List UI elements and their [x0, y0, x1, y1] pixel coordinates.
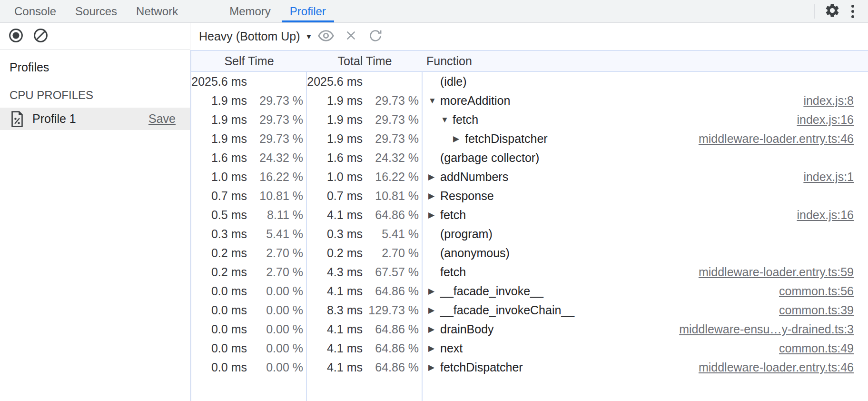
table-row[interactable]: 0.2 ms 2.70 % 0.2 ms 2.70 % (anonymous) — [191, 243, 868, 262]
focus-function-button[interactable] — [315, 26, 337, 48]
total-time-cell: 1.9 ms 29.73 % — [307, 132, 423, 146]
source-link[interactable]: common.ts:56 — [779, 284, 868, 298]
total-pct: 64.86 % — [363, 361, 419, 374]
function-name: fetchDispatcher — [440, 361, 523, 374]
expand-arrow-icon[interactable]: ▼ — [428, 97, 440, 105]
expand-arrow-icon[interactable]: ▶ — [428, 287, 440, 295]
source-link[interactable]: common.ts:49 — [779, 341, 868, 355]
view-mode-label: Heavy (Bottom Up) — [199, 30, 300, 43]
expand-arrow-icon[interactable]: ▶ — [428, 211, 440, 219]
function-cell: ▶ fetchDispatcher middleware-loader.entr… — [423, 132, 868, 146]
tab-console[interactable]: Console — [6, 0, 64, 22]
function-name: moreAddition — [440, 94, 510, 108]
tab-profiler[interactable]: Profiler — [282, 0, 334, 22]
save-profile-link[interactable]: Save — [148, 112, 176, 126]
profile-document-icon — [10, 111, 25, 127]
total-time-cell: 4.3 ms 67.57 % — [307, 265, 423, 279]
function-cell: ▶ __facade_invoke__ common.ts:56 — [423, 284, 868, 298]
self-pct: 16.22 % — [247, 170, 303, 184]
source-link[interactable]: index.js:16 — [797, 208, 868, 222]
function-cell: ▶ fetchDispatcher middleware-loader.entr… — [423, 361, 868, 374]
table-row[interactable]: 0.0 ms 0.00 % 4.1 ms 64.86 % ▶ fetchDisp… — [191, 358, 868, 377]
self-time-cell: 0.3 ms 5.41 % — [191, 227, 307, 241]
table-row[interactable]: 2025.6 ms 2025.6 ms (idle) — [191, 72, 868, 91]
expand-arrow-icon[interactable]: ▶ — [453, 135, 465, 143]
table-row[interactable]: 1.0 ms 16.22 % 1.0 ms 16.22 % ▶ addNumbe… — [191, 167, 868, 186]
self-ms: 0.0 ms — [191, 341, 247, 355]
view-mode-dropdown[interactable]: Heavy (Bottom Up) ▼ — [199, 30, 312, 43]
source-link[interactable]: index.js:8 — [803, 94, 868, 108]
table-row[interactable]: 1.9 ms 29.73 % 1.9 ms 29.73 % ▶ fetchDis… — [191, 129, 868, 148]
table-row[interactable]: 1.6 ms 24.32 % 1.6 ms 24.32 % (garbage c… — [191, 148, 868, 167]
clear-icon — [33, 28, 48, 45]
profiles-heading: Profiles — [0, 60, 190, 74]
total-pct: 67.57 % — [363, 265, 419, 279]
expand-arrow-icon[interactable]: ▶ — [428, 306, 440, 314]
column-header-function[interactable]: Function — [423, 51, 868, 71]
self-time-cell: 0.5 ms 8.11 % — [191, 208, 307, 222]
total-ms: 0.2 ms — [307, 246, 363, 260]
tab-sources[interactable]: Sources — [67, 0, 125, 22]
expand-arrow-icon[interactable]: ▶ — [428, 192, 440, 200]
table-row[interactable]: 0.0 ms 0.00 % 4.1 ms 64.86 % ▶ next comm… — [191, 339, 868, 358]
expand-arrow-icon[interactable]: ▶ — [428, 173, 440, 181]
self-ms: 2025.6 ms — [191, 75, 247, 89]
self-time-cell: 0.0 ms 0.00 % — [191, 303, 307, 317]
profiler-content: Heavy (Bottom Up) ▼ Self Time To — [190, 23, 868, 401]
self-ms: 0.0 ms — [191, 284, 247, 298]
tabbar-divider — [814, 4, 815, 19]
restore-functions-button[interactable] — [365, 26, 386, 48]
table-row[interactable]: 0.3 ms 5.41 % 0.3 ms 5.41 % (program) — [191, 224, 868, 243]
profile-view-toolbar: Heavy (Bottom Up) ▼ — [190, 23, 868, 50]
total-ms: 4.1 ms — [307, 361, 363, 374]
expand-arrow-icon[interactable]: ▶ — [428, 344, 440, 352]
total-time-cell: 4.1 ms 64.86 % — [307, 322, 423, 336]
self-time-cell: 1.6 ms 24.32 % — [191, 151, 307, 165]
table-row[interactable]: 1.9 ms 29.73 % 1.9 ms 29.73 % ▼ fetch in… — [191, 110, 868, 129]
total-ms: 4.1 ms — [307, 284, 363, 298]
expand-arrow-icon[interactable]: ▼ — [441, 116, 453, 124]
self-time-cell: 0.2 ms 2.70 % — [191, 265, 307, 279]
function-name: fetchDispatcher — [465, 132, 548, 146]
self-ms: 0.2 ms — [191, 265, 247, 279]
column-header-self-time[interactable]: Self Time — [191, 51, 307, 71]
more-options-button[interactable] — [843, 0, 862, 22]
profile-list-item[interactable]: Profile 1 Save — [0, 108, 190, 130]
source-link[interactable]: index.js:16 — [797, 113, 868, 127]
function-cell: ▶ drainBody middleware-ensu…y-drained.ts… — [423, 322, 868, 336]
total-ms: 1.9 ms — [307, 132, 363, 146]
column-header-total-time[interactable]: Total Time — [307, 51, 423, 71]
record-button[interactable] — [6, 26, 26, 46]
total-ms: 8.3 ms — [307, 303, 363, 317]
table-row[interactable]: 0.0 ms 0.00 % 4.1 ms 64.86 % ▶ drainBody… — [191, 320, 868, 339]
table-row[interactable]: 0.7 ms 10.81 % 0.7 ms 10.81 % ▶ Response — [191, 186, 868, 205]
settings-button[interactable] — [821, 0, 843, 22]
self-ms: 0.0 ms — [191, 303, 247, 317]
table-row[interactable]: 0.2 ms 2.70 % 4.3 ms 67.57 % fetch middl… — [191, 262, 868, 281]
function-cell: ▶ __facade_invokeChain__ common.ts:39 — [423, 303, 868, 317]
table-row[interactable]: 0.5 ms 8.11 % 4.1 ms 64.86 % ▶ fetch ind… — [191, 205, 868, 224]
close-icon — [345, 29, 357, 44]
function-name: __facade_invokeChain__ — [440, 303, 574, 317]
exclude-function-button[interactable] — [340, 26, 362, 48]
function-cell: ▼ moreAddition index.js:8 — [423, 94, 868, 108]
expand-arrow-icon[interactable]: ▶ — [428, 363, 440, 371]
table-row[interactable]: 1.9 ms 29.73 % 1.9 ms 29.73 % ▼ moreAddi… — [191, 91, 868, 110]
source-link[interactable]: middleware-loader.entry.ts:46 — [699, 361, 868, 374]
function-cell: (anonymous) — [423, 246, 868, 260]
table-row[interactable]: 0.0 ms 0.00 % 8.3 ms 129.73 % ▶ __facade… — [191, 301, 868, 320]
table-row[interactable]: 0.0 ms 0.00 % 4.1 ms 64.86 % ▶ __facade_… — [191, 281, 868, 301]
source-link[interactable]: middleware-loader.entry.ts:46 — [699, 132, 868, 146]
record-icon — [9, 28, 23, 45]
total-pct: 29.73 % — [363, 132, 419, 146]
self-ms: 0.5 ms — [191, 208, 247, 222]
source-link[interactable]: middleware-ensu…y-drained.ts:3 — [679, 322, 868, 336]
tab-network[interactable]: Network — [128, 0, 186, 22]
function-name: fetch — [440, 265, 466, 279]
source-link[interactable]: common.ts:39 — [779, 303, 868, 317]
clear-button[interactable] — [30, 26, 50, 46]
tab-memory[interactable]: Memory — [221, 0, 279, 22]
source-link[interactable]: index.js:1 — [803, 170, 868, 184]
source-link[interactable]: middleware-loader.entry.ts:59 — [699, 265, 868, 279]
expand-arrow-icon[interactable]: ▶ — [428, 325, 440, 333]
